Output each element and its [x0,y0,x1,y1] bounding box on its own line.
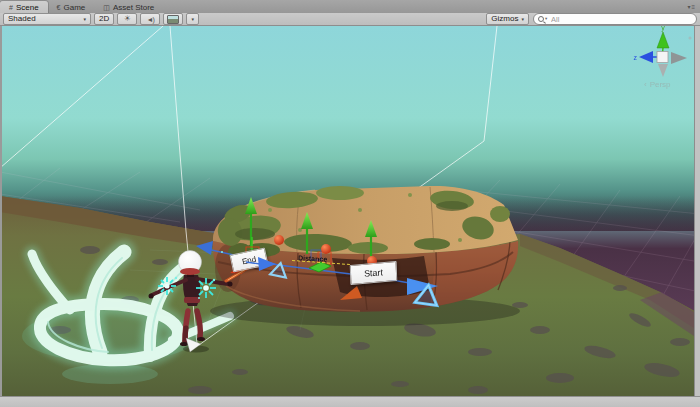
gizmo-cube [657,52,668,63]
chevron-down-icon: ▾ [521,17,524,22]
chevron-left-icon: ‹ [644,80,647,89]
chevron-down-icon: ▾ [83,17,86,22]
tab-scene[interactable]: # Scene [0,1,48,13]
2d-toggle-button[interactable]: 2D [94,13,114,25]
search-input[interactable] [534,15,671,24]
speaker-icon: ◄) [147,16,154,23]
start-label-text: Start [364,267,383,279]
pane-menu-icon[interactable]: ▾≡ [687,3,696,10]
axis-z-label: z [634,54,638,61]
tab-scene-label: Scene [16,3,39,12]
audio-toggle-button[interactable]: ◄) [140,13,160,25]
scene-canvas[interactable]: y z [0,26,700,397]
shading-mode-label: Shaded [8,15,36,23]
2d-toggle-label: 2D [99,15,109,23]
window-bottom-bar [0,396,700,407]
end-label-text: End [241,254,257,266]
sun-icon: ☀ [124,15,131,23]
gizmos-label: Gizmos [491,15,518,23]
distance-annotation: Distance [298,254,328,263]
viewport-left-border [0,26,2,397]
image-icon [167,15,179,24]
tab-game-label: Game [64,3,86,12]
gizmos-dropdown[interactable]: Gizmos ▾ [486,13,529,25]
chevron-down-icon: ▾ [191,17,194,22]
tab-asset-store-label: Asset Store [113,3,154,12]
scene-viewport[interactable]: y z Distance End Start ‹ Persp [0,26,700,397]
projection-text: Persp [650,80,671,89]
grid-icon: # [9,4,13,11]
search-icon [538,16,544,22]
chevron-down-icon: ▾ [545,16,547,21]
effects-dropdown-button[interactable]: ▾ [186,13,199,25]
scene-toolbar: Shaded ▾ 2D ☀ ◄) ▾ Gizmos ▾ ▾ [0,13,700,26]
tab-bar: # Scene € Game ◫ Asset Store ▾≡ [0,0,700,13]
gamepad-icon: € [57,4,61,11]
store-box-icon: ◫ [103,4,110,11]
viewport-right-border [694,26,700,407]
start-waypoint-label[interactable]: Start [350,261,398,285]
lighting-toggle-button[interactable]: ☀ [117,13,137,25]
effects-toggle-button[interactable] [163,13,183,25]
projection-mode-label[interactable]: ‹ Persp [644,80,671,89]
shading-mode-dropdown[interactable]: Shaded ▾ [3,13,91,25]
tab-game[interactable]: € Game [48,1,95,13]
tab-asset-store[interactable]: ◫ Asset Store [94,1,163,13]
unity-editor-window: # Scene € Game ◫ Asset Store ▾≡ Shaded ▾… [0,0,700,407]
scene-search-field[interactable]: ▾ [533,13,697,25]
